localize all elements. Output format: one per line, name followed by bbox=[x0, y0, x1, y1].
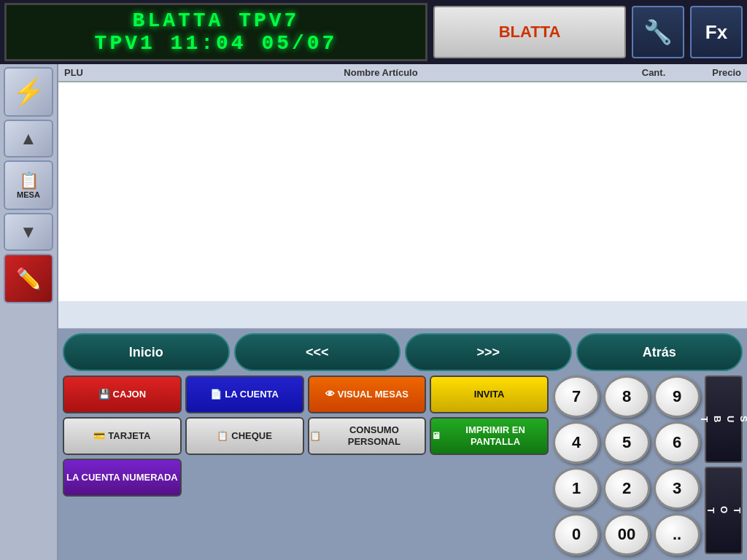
subt-button[interactable]: S U B T bbox=[705, 376, 743, 463]
la-cuenta-numerada-label: LA CUENTA NUMERADA bbox=[66, 472, 178, 483]
cajon-button[interactable]: 💾 CAJON bbox=[63, 376, 182, 413]
invita-label: INVITA bbox=[474, 389, 505, 400]
fx-button[interactable]: Fx bbox=[690, 6, 743, 58]
tarjeta-label: TARJETA bbox=[108, 430, 150, 442]
display-line1: BLATTA TPV7 bbox=[133, 9, 300, 32]
numpad-key-4[interactable]: 4 bbox=[553, 421, 600, 464]
next-button[interactable]: >>> bbox=[405, 333, 572, 371]
display-screen: BLATTA TPV7 TPV1 11:04 05/07 bbox=[4, 3, 427, 61]
nav-row: Inicio <<< >>> Atrás bbox=[63, 333, 743, 371]
action-row-2: 💳 TARJETA 📋 CHEQUE 📋 CONSUMO PERSONAL bbox=[63, 417, 549, 455]
brand-label: BLATTA bbox=[499, 23, 561, 42]
table-header: PLU Nombre Artículo Cant. Precio bbox=[58, 64, 747, 82]
col-nombre-header: Nombre Artículo bbox=[137, 67, 624, 78]
numpad-key-00[interactable]: 00 bbox=[603, 513, 650, 556]
tarjeta-button[interactable]: 💳 TARJETA bbox=[63, 417, 182, 455]
numpad-key-9[interactable]: 9 bbox=[654, 376, 700, 418]
imprimir-icon: 🖥 bbox=[431, 430, 441, 442]
cheque-label: CHEQUE bbox=[231, 430, 272, 442]
cheque-button[interactable]: 📋 CHEQUE bbox=[185, 417, 304, 455]
la-cuenta-icon: 📄 bbox=[210, 389, 222, 400]
mesa-button[interactable]: 📋 MESA bbox=[4, 160, 53, 210]
eraser-icon: ✏️ bbox=[16, 267, 42, 291]
col-cant-header: Cant. bbox=[624, 67, 683, 78]
cajon-label: CAJON bbox=[113, 389, 147, 400]
numpad-key-0[interactable]: 0 bbox=[553, 513, 600, 556]
table-area: PLU Nombre Artículo Cant. Precio bbox=[58, 64, 747, 329]
numpad: 789456123000.. bbox=[553, 376, 700, 556]
tarjeta-icon: 💳 bbox=[93, 430, 105, 442]
lightning-icon: ⚡ bbox=[12, 77, 45, 107]
atras-label: Atrás bbox=[643, 345, 676, 360]
numpad-key-8[interactable]: 8 bbox=[603, 376, 650, 418]
imprimir-pantalla-button[interactable]: 🖥 IMPRIMIR EN PANTALLA bbox=[430, 417, 549, 455]
visual-mesas-icon: 👁 bbox=[325, 389, 335, 400]
lightning-button[interactable]: ⚡ bbox=[4, 67, 53, 117]
mesa-icon: 📋 bbox=[19, 171, 39, 190]
table-rows bbox=[58, 82, 747, 301]
imprimir-label: IMPRIMIR EN PANTALLA bbox=[444, 424, 547, 447]
action-row-3: LA CUENTA NUMERADA bbox=[63, 459, 549, 497]
wrench-icon: 🔧 bbox=[643, 18, 673, 46]
numpad-area: 789456123000.. S U B T T bbox=[553, 376, 743, 556]
fx-label: Fx bbox=[705, 21, 727, 44]
numpad-key-2[interactable]: 2 bbox=[603, 467, 650, 510]
consumo-icon: 📋 bbox=[309, 430, 321, 442]
inicio-label: Inicio bbox=[129, 345, 163, 360]
display-line2: TPV1 11:04 05/07 bbox=[95, 32, 338, 55]
tot-button[interactable]: T O T bbox=[705, 467, 743, 554]
bottom-controls: Inicio <<< >>> Atrás 💾 CAJON bbox=[58, 329, 747, 560]
numpad-key-1[interactable]: 1 bbox=[553, 467, 600, 510]
consumo-personal-button[interactable]: 📋 CONSUMO PERSONAL bbox=[308, 417, 427, 455]
up-button[interactable]: ▲ bbox=[4, 120, 53, 158]
visual-mesas-button[interactable]: 👁 VISUAL MESAS bbox=[308, 376, 427, 413]
cajon-icon: 💾 bbox=[98, 389, 110, 400]
cheque-icon: 📋 bbox=[217, 430, 228, 442]
prev-button[interactable]: <<< bbox=[234, 333, 401, 371]
la-cuenta-button[interactable]: 📄 LA CUENTA bbox=[185, 376, 304, 413]
col-precio-header: Precio bbox=[683, 67, 741, 78]
la-cuenta-numerada-button[interactable]: LA CUENTA NUMERADA bbox=[63, 459, 182, 497]
la-cuenta-label: LA CUENTA bbox=[225, 389, 279, 400]
numpad-key-7[interactable]: 7 bbox=[553, 376, 600, 418]
atras-button[interactable]: Atrás bbox=[576, 333, 743, 371]
prev-label: <<< bbox=[306, 345, 329, 360]
next-label: >>> bbox=[476, 345, 500, 360]
numpad-key-6[interactable]: 6 bbox=[654, 421, 700, 464]
down-button[interactable]: ▼ bbox=[4, 213, 53, 251]
brand-button[interactable]: BLATTA bbox=[433, 6, 626, 58]
up-icon: ▲ bbox=[20, 128, 37, 149]
subt-tot-panel: S U B T T O T bbox=[705, 376, 743, 556]
numpad-key-3[interactable]: 3 bbox=[654, 467, 700, 510]
visual-mesas-label: VISUAL MESAS bbox=[338, 389, 409, 400]
col-plu-header: PLU bbox=[64, 67, 137, 78]
eraser-button[interactable]: ✏️ bbox=[4, 254, 53, 303]
wrench-button[interactable]: 🔧 bbox=[632, 6, 684, 58]
inicio-button[interactable]: Inicio bbox=[63, 333, 230, 371]
numpad-key-5[interactable]: 5 bbox=[603, 421, 650, 464]
mesa-label: MESA bbox=[17, 190, 40, 199]
numpad-key-..[interactable]: .. bbox=[654, 513, 700, 556]
action-buttons: 💾 CAJON 📄 LA CUENTA 👁 VISUAL MESAS bbox=[63, 376, 549, 556]
left-sidebar: ⚡ ▲ 📋 MESA ▼ ✏️ bbox=[0, 64, 58, 560]
lower-area: 💾 CAJON 📄 LA CUENTA 👁 VISUAL MESAS bbox=[63, 376, 743, 556]
down-icon: ▼ bbox=[20, 222, 37, 242]
invita-button[interactable]: INVITA bbox=[430, 376, 549, 413]
action-row-1: 💾 CAJON 📄 LA CUENTA 👁 VISUAL MESAS bbox=[63, 376, 549, 413]
consumo-label: CONSUMO PERSONAL bbox=[324, 424, 425, 447]
